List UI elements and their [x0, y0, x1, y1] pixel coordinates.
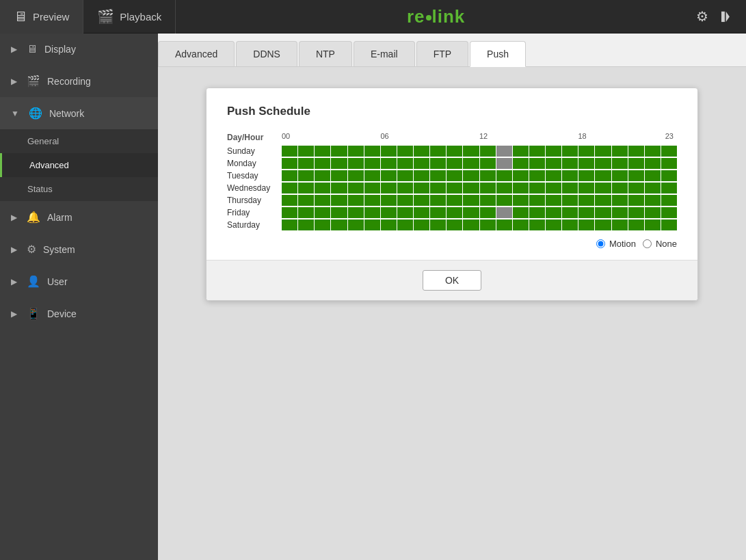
cell[interactable]	[529, 219, 545, 230]
cell[interactable]	[282, 183, 297, 194]
cell[interactable]	[298, 158, 314, 169]
cell[interactable]	[661, 207, 677, 218]
cell[interactable]	[546, 207, 561, 218]
cell[interactable]	[480, 207, 496, 218]
cell[interactable]	[463, 158, 479, 169]
playback-button[interactable]: 🎬 Playback	[83, 0, 176, 34]
sidebar-sub-advanced[interactable]: Advanced	[0, 153, 158, 177]
cell[interactable]	[381, 207, 397, 218]
cell[interactable]	[480, 183, 496, 194]
cell[interactable]	[430, 183, 446, 194]
cell[interactable]	[595, 195, 611, 206]
sidebar-sub-status[interactable]: Status	[0, 177, 158, 201]
cell[interactable]	[480, 219, 496, 230]
cell[interactable]	[381, 146, 397, 157]
cell[interactable]	[315, 219, 330, 230]
cell[interactable]	[282, 158, 297, 169]
cell[interactable]	[414, 183, 429, 194]
cell[interactable]	[661, 146, 677, 157]
cell[interactable]	[480, 170, 496, 181]
cell[interactable]	[578, 146, 594, 157]
cell[interactable]	[364, 219, 380, 230]
cell[interactable]	[595, 158, 611, 169]
cell[interactable]	[661, 158, 677, 169]
cell[interactable]	[298, 195, 314, 206]
cell[interactable]	[447, 207, 462, 218]
cell[interactable]	[298, 146, 314, 157]
cell[interactable]	[496, 170, 512, 181]
cell[interactable]	[595, 183, 611, 194]
sidebar-item-alarm[interactable]: ▶ 🔔 Alarm	[0, 201, 158, 233]
cell[interactable]	[348, 183, 364, 194]
cell[interactable]	[414, 219, 429, 230]
cell[interactable]	[529, 183, 545, 194]
cell[interactable]	[546, 170, 561, 181]
cell[interactable]	[645, 146, 661, 157]
cell[interactable]	[315, 170, 330, 181]
cell[interactable]	[463, 183, 479, 194]
cell[interactable]	[661, 170, 677, 181]
cell[interactable]	[298, 219, 314, 230]
cell[interactable]	[447, 219, 462, 230]
cell[interactable]	[612, 170, 628, 181]
cell[interactable]	[628, 207, 644, 218]
cell[interactable]	[612, 183, 628, 194]
cell[interactable]	[315, 158, 330, 169]
cell[interactable]	[397, 170, 413, 181]
sidebar-item-display[interactable]: ▶ 🖥 Display	[0, 34, 158, 65]
cell[interactable]	[397, 183, 413, 194]
cell[interactable]	[397, 158, 413, 169]
cell[interactable]	[430, 158, 446, 169]
cell[interactable]	[513, 207, 529, 218]
cell[interactable]	[628, 219, 644, 230]
cell[interactable]	[513, 183, 529, 194]
cell[interactable]	[612, 207, 628, 218]
cell[interactable]	[480, 195, 496, 206]
cell[interactable]	[578, 219, 594, 230]
cell[interactable]	[645, 158, 661, 169]
logout-icon[interactable]: ⏏	[717, 10, 734, 23]
cell[interactable]	[430, 170, 446, 181]
cell[interactable]	[414, 195, 429, 206]
cell[interactable]	[546, 219, 561, 230]
cell[interactable]	[463, 207, 479, 218]
tab-ntp[interactable]: NTP	[299, 41, 352, 66]
cell[interactable]	[430, 219, 446, 230]
cell[interactable]	[546, 158, 561, 169]
cell[interactable]	[645, 219, 661, 230]
sidebar-item-user[interactable]: ▶ 👤 User	[0, 265, 158, 297]
cell[interactable]	[645, 170, 661, 181]
cell[interactable]	[381, 158, 397, 169]
cell[interactable]	[447, 195, 462, 206]
cell[interactable]	[496, 183, 512, 194]
cell[interactable]	[529, 207, 545, 218]
cell[interactable]	[463, 146, 479, 157]
cell[interactable]	[480, 146, 496, 157]
cell[interactable]	[397, 207, 413, 218]
motion-radio-group[interactable]: Motion	[596, 239, 636, 249]
cell[interactable]	[381, 195, 397, 206]
cell[interactable]	[364, 183, 380, 194]
cell[interactable]	[447, 170, 462, 181]
cell[interactable]	[595, 207, 611, 218]
cell[interactable]	[513, 219, 529, 230]
cell[interactable]	[562, 195, 578, 206]
cell[interactable]	[397, 146, 413, 157]
cell[interactable]	[513, 195, 529, 206]
cell[interactable]	[529, 170, 545, 181]
cell[interactable]	[496, 158, 512, 169]
cell[interactable]	[496, 219, 512, 230]
cell[interactable]	[463, 195, 479, 206]
tab-ftp[interactable]: FTP	[416, 41, 468, 66]
cell[interactable]	[628, 158, 644, 169]
cell[interactable]	[348, 170, 364, 181]
cell[interactable]	[381, 183, 397, 194]
cell[interactable]	[612, 158, 628, 169]
cell[interactable]	[628, 195, 644, 206]
cell[interactable]	[364, 170, 380, 181]
cell[interactable]	[315, 195, 330, 206]
cell[interactable]	[578, 207, 594, 218]
cell[interactable]	[578, 183, 594, 194]
cell[interactable]	[315, 183, 330, 194]
cell[interactable]	[430, 146, 446, 157]
